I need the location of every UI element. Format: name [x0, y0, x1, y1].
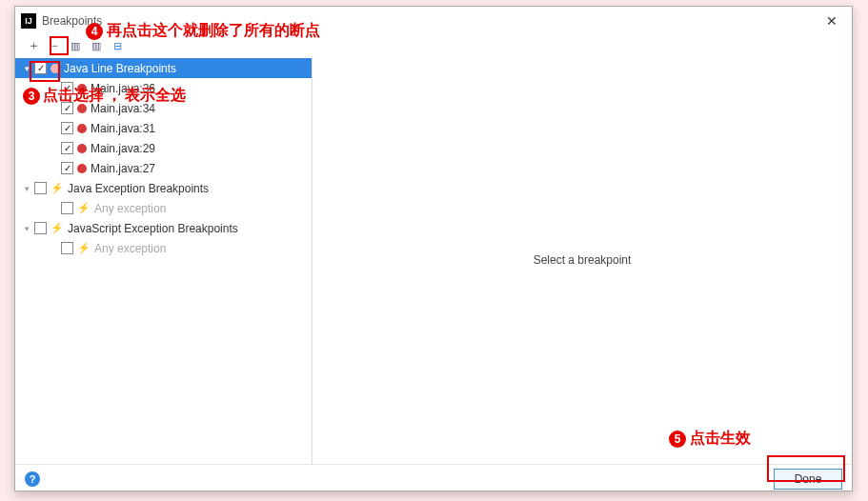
footer: ? Done [15, 464, 852, 492]
checkbox[interactable] [34, 182, 47, 194]
annotation-box-done [767, 455, 845, 482]
breakpoint-icon [77, 164, 87, 173]
tree-node-any-exception[interactable]: ⚡ Any exception [15, 238, 312, 258]
detail-placeholder: Select a breakpoint [534, 253, 632, 267]
tree-node-label: Any exception [94, 202, 166, 215]
tree-node-breakpoint[interactable]: Main.java:31 [15, 118, 312, 138]
toolbar: ＋ － ▥ ▥ ⊟ [15, 35, 852, 56]
tree-node-label: Main.java:36 [91, 82, 155, 95]
content-area: ▾ Java Line Breakpoints Main.java:36 Mai… [15, 56, 852, 464]
tree-node-label: Java Exception Breakpoints [68, 182, 209, 195]
chevron-down-icon[interactable]: ▾ [21, 223, 32, 234]
collapse-all-button[interactable]: ⊟ [107, 36, 128, 55]
tree-node-label: Main.java:27 [91, 162, 155, 175]
close-icon[interactable]: ✕ [818, 7, 846, 35]
exception-icon: ⚡ [50, 222, 64, 234]
breakpoint-icon [77, 104, 87, 113]
tree-node-js-exception[interactable]: ▾ ⚡ JavaScript Exception Breakpoints [15, 218, 312, 238]
exception-icon: ⚡ [77, 242, 91, 254]
breakpoint-icon [77, 84, 87, 93]
tree-node-label: JavaScript Exception Breakpoints [68, 222, 238, 235]
breakpoints-dialog: IJ Breakpoints ✕ ＋ － ▥ ▥ ⊟ ▾ Java Line B… [14, 6, 853, 491]
tree-node-java-exception[interactable]: ▾ ⚡ Java Exception Breakpoints [15, 178, 312, 198]
tree-node-breakpoint[interactable]: Main.java:29 [15, 138, 312, 158]
tree-node-any-exception[interactable]: ⚡ Any exception [15, 198, 312, 218]
tree-node-label: Any exception [94, 242, 166, 255]
add-button[interactable]: ＋ [23, 36, 44, 55]
annotation-box-remove [50, 36, 69, 55]
chevron-down-icon[interactable]: ▾ [21, 183, 32, 194]
breakpoint-icon [77, 144, 87, 153]
exception-icon: ⚡ [50, 182, 64, 194]
group-by-file-button[interactable]: ▥ [86, 36, 107, 55]
checkbox[interactable] [34, 222, 47, 234]
checkbox[interactable] [61, 122, 73, 134]
checkbox[interactable] [61, 242, 73, 254]
detail-pane: Select a breakpoint [313, 56, 852, 464]
checkbox[interactable] [61, 162, 73, 174]
window-title: Breakpoints [42, 14, 102, 28]
breakpoint-icon [77, 124, 87, 133]
checkbox[interactable] [61, 82, 73, 94]
tree-node-label: Main.java:34 [91, 102, 155, 115]
checkbox[interactable] [61, 202, 73, 214]
breakpoints-tree[interactable]: ▾ Java Line Breakpoints Main.java:36 Mai… [15, 56, 313, 464]
tree-node-label: Java Line Breakpoints [64, 62, 176, 75]
app-icon: IJ [21, 13, 36, 29]
exception-icon: ⚡ [77, 202, 91, 214]
tree-node-label: Main.java:31 [91, 122, 155, 135]
checkbox[interactable] [61, 142, 73, 154]
titlebar: IJ Breakpoints ✕ [15, 7, 852, 35]
tree-node-label: Main.java:29 [91, 142, 155, 155]
tree-node-breakpoint[interactable]: Main.java:27 [15, 158, 312, 178]
tree-node-breakpoint[interactable]: Main.java:34 [15, 98, 312, 118]
help-icon[interactable]: ? [25, 471, 40, 487]
annotation-box-checkbox [30, 61, 60, 82]
checkbox[interactable] [61, 102, 73, 114]
